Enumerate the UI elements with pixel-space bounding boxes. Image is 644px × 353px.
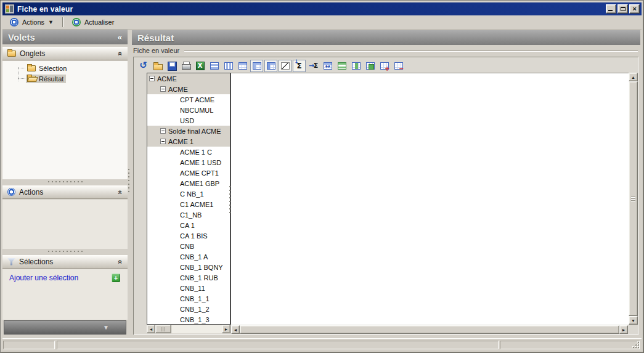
collapsed-panel-bar[interactable]: ▼ [4,320,126,335]
selections-section-header[interactable]: Sélections « [2,255,128,269]
tree-row-label: CNB_1_1 [180,295,210,302]
add-selection-plus-button[interactable]: + [112,274,120,282]
excel-export-button[interactable]: X [194,60,206,72]
open-folder-button[interactable] [151,60,164,72]
collapse-node-icon[interactable] [160,86,166,92]
tree-row[interactable]: ACME 1 [147,136,230,147]
fit-columns-button[interactable] [321,60,334,72]
splitter-grip[interactable] [47,250,83,253]
panel-tab-selection[interactable]: Sélection [2,63,128,73]
tree-row[interactable]: C NB_1 [147,189,230,199]
save-button[interactable] [165,60,178,72]
collapse-node-icon[interactable] [160,139,166,144]
print-button[interactable] [179,60,192,72]
volets-header[interactable]: Volets « [2,30,128,44]
tree-row[interactable]: CNB_1 BQNY [147,262,230,272]
tree-row-label: USD [180,117,194,124]
main-horizontal-scrollbar[interactable]: ◄ ► [231,325,628,334]
panel-tab-resultat[interactable]: Résultat [2,73,128,84]
actions-section-header[interactable]: Actions « [2,185,128,199]
tree-row[interactable]: CNB_11 [147,283,230,293]
result-grid-area[interactable] [230,73,629,325]
scroll-right-icon[interactable]: ► [619,325,628,334]
table-col-headers-button[interactable] [264,60,277,72]
collapse-section-icon[interactable]: « [116,259,125,264]
close-icon: × [632,6,636,12]
scroll-right-icon[interactable]: ► [222,325,230,333]
splitter-grip[interactable] [47,181,83,184]
actions-menu-button[interactable]: Actions ▼ [5,16,59,28]
remove-column-button[interactable] [392,60,405,72]
tree-row[interactable]: CNB_1_1 [147,293,230,304]
tree-row[interactable]: NBCUMUL [147,105,230,115]
tree-row-label: CNB_11 [180,285,205,292]
remove-column-icon [394,62,403,70]
collapse-section-icon[interactable]: « [116,190,125,194]
collapse-section-icon[interactable]: « [116,51,125,55]
collapse-node-icon[interactable] [160,128,166,134]
resize-grip[interactable] [633,342,639,348]
tree-row[interactable]: CNB_1 RUB [147,272,230,283]
collapse-node-icon[interactable] [149,76,155,81]
tree-row[interactable]: ACME [147,84,230,94]
tree-row[interactable]: CNB_1 A [147,251,230,262]
status-cell [57,341,499,349]
actualiser-button[interactable]: Actualiser [67,16,119,28]
scroll-left-icon[interactable]: ◄ [231,325,240,334]
column-view-button[interactable] [222,60,235,72]
tree-row[interactable]: ACME1 GBP [147,178,230,189]
tree-row[interactable]: Solde final ACME [147,126,230,136]
tree-row[interactable]: USD [147,115,230,126]
maximize-button[interactable] [618,4,628,14]
row-view-button[interactable] [208,60,221,72]
close-button[interactable]: × [629,4,640,14]
tree-row[interactable]: CA 1 [147,220,230,230]
panel-splitter-grip[interactable] [128,168,131,193]
refresh-button[interactable]: ↺ [137,60,150,72]
green-column-table-icon [352,62,361,70]
filter-icon [7,258,15,266]
hide-grid-button[interactable] [279,60,291,72]
tree-row-label: C1 ACME1 [180,201,213,208]
scrollbar-thumb[interactable] [240,325,619,334]
scrollbar-track[interactable] [171,325,222,333]
tree-horizontal-scrollbar[interactable]: ◄ ► [147,325,230,333]
table-grid-button[interactable] [236,60,249,72]
tree-row[interactable]: CPT ACME [147,94,230,105]
tree-row-label: ACME CPT1 [180,169,219,177]
minimize-button[interactable] [606,4,616,14]
insert-sum-button[interactable]: Σ [307,60,320,72]
tree-row[interactable]: ACME [147,73,230,84]
tree-row[interactable]: C1 ACME1 [147,199,230,209]
tree-splitter-grip[interactable] [229,185,232,213]
scrollbar-thumb[interactable] [155,325,171,333]
panel-tab-label: Sélection [39,65,67,72]
green-column-table-button[interactable] [349,60,362,72]
selections-section-content: Ajouter une sélection + [2,269,128,320]
titlebar[interactable]: Fiche en valeur × [2,2,642,15]
scroll-left-icon[interactable]: ◄ [147,325,155,333]
scrollbar-thumb[interactable] [629,81,638,316]
scroll-up-icon[interactable]: ▲ [629,73,638,81]
totals-sigma-button[interactable]: Σ [293,60,306,72]
main-vertical-scrollbar[interactable]: ▲ ▼ [629,73,638,325]
collapse-panel-icon[interactable]: « [118,33,122,42]
scroll-down-icon[interactable]: ▼ [629,316,638,325]
tree-row[interactable]: CA 1 BIS [147,230,230,241]
green-rows-table-button[interactable] [335,60,348,72]
tree-row[interactable]: CNB_1_3 [147,314,230,325]
onglets-section-header[interactable]: Onglets « [2,47,128,60]
add-column-button[interactable] [378,60,391,72]
tree-row[interactable]: CNB_1_2 [147,304,230,314]
table-row-headers-icon [253,62,261,70]
selections-section-label: Sélections [19,258,53,266]
tree-row[interactable]: ACME 1 USD [147,157,230,168]
green-add-table-button[interactable] [364,60,377,72]
table-row-headers-button[interactable] [250,60,263,72]
tree-row[interactable]: ACME CPT1 [147,168,230,178]
tree-row[interactable]: C1_NB [147,209,230,220]
tree-row[interactable]: CNB [147,241,230,251]
tree-row[interactable]: ACME 1 C [147,147,230,157]
result-workspace: ↺XΣΣ ACMEACMECPT ACMENBCUMULUSDSolde fin… [133,57,638,335]
add-selection-link[interactable]: Ajouter une sélection [9,274,78,282]
